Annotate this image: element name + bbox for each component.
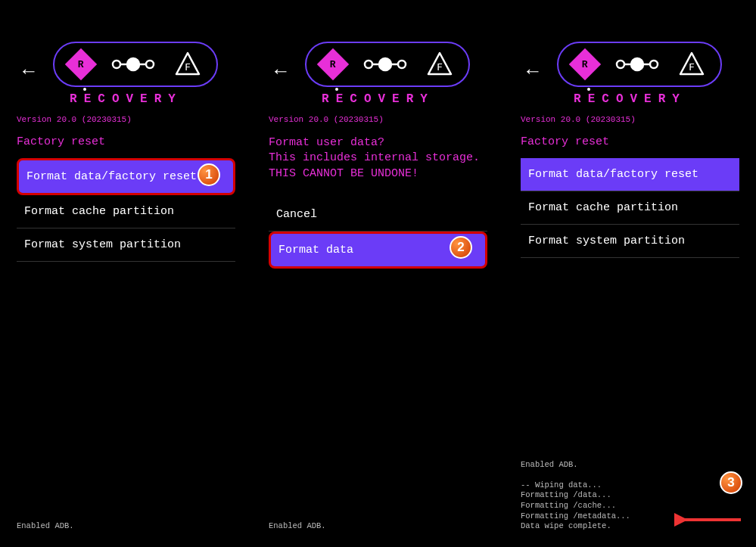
- step-badge-2: 2: [450, 236, 472, 259]
- section-heading: Factory reset: [17, 135, 105, 148]
- triangle-letter: F: [689, 61, 695, 73]
- menu-item-format-data[interactable]: Format data/factory reset: [521, 158, 739, 191]
- recovery-screen-1: ← R F RECOVERY Version 20.0 (20230315) F…: [0, 0, 252, 547]
- back-arrow-icon[interactable]: ←: [23, 61, 35, 83]
- recovery-diamond-icon[interactable]: R: [70, 53, 92, 76]
- svg-point-7: [631, 58, 643, 70]
- header-capsule: R F: [53, 42, 218, 87]
- diamond-letter: R: [582, 59, 588, 70]
- recovery-menu: Format data/factory reset Format cache p…: [521, 158, 739, 258]
- menu-item-format-system[interactable]: Format system partition: [521, 225, 739, 258]
- warning-text: Format user data? This includes internal…: [269, 135, 487, 182]
- indicator-dot: [83, 88, 86, 91]
- triangle-letter: F: [185, 61, 191, 73]
- recovery-diamond-icon[interactable]: R: [322, 53, 344, 76]
- svg-point-1: [127, 58, 139, 70]
- section-heading: Factory reset: [521, 135, 609, 148]
- recovery-title: RECOVERY: [252, 92, 504, 106]
- recovery-title: RECOVERY: [504, 92, 756, 106]
- menu-item-format-cache[interactable]: Format cache partition: [17, 195, 235, 228]
- confirm-menu: Cancel Format data: [269, 198, 487, 269]
- menu-item-cancel[interactable]: Cancel: [269, 198, 487, 232]
- version-label: Version 20.0 (20230315): [269, 115, 384, 124]
- step-badge-1: 1: [198, 163, 220, 186]
- menu-item-format-cache[interactable]: Format cache partition: [521, 191, 739, 225]
- warning-line: Format user data?: [269, 135, 487, 151]
- recovery-screen-2: ← R F RECOVERY Version 20.0 (20230315) F…: [252, 0, 504, 547]
- warning-line: This includes internal storage.: [269, 151, 487, 166]
- recovery-diamond-icon[interactable]: R: [574, 53, 596, 76]
- log-output: Enabled ADB.: [17, 521, 235, 532]
- indicator-dot: [587, 88, 590, 91]
- log-output: Enabled ADB.: [269, 521, 487, 532]
- version-label: Version 20.0 (20230315): [521, 115, 636, 124]
- diamond-letter: R: [330, 59, 336, 70]
- svg-point-6: [617, 61, 624, 68]
- indicator-dot: [335, 88, 338, 91]
- svg-point-4: [379, 58, 391, 70]
- svg-point-5: [398, 61, 406, 68]
- menu-item-format-system[interactable]: Format system partition: [17, 228, 235, 262]
- fastboot-triangle-icon[interactable]: F: [678, 51, 705, 77]
- svg-point-2: [146, 61, 154, 68]
- lineage-logo-icon[interactable]: [110, 55, 156, 73]
- step-badge-3: 3: [720, 471, 742, 494]
- back-arrow-icon[interactable]: ←: [275, 61, 287, 83]
- svg-point-3: [365, 61, 372, 68]
- screenshot-triptych: ← R F RECOVERY Version 20.0 (20230315) F…: [0, 0, 756, 547]
- back-arrow-icon[interactable]: ←: [527, 61, 539, 83]
- svg-point-0: [113, 61, 120, 68]
- recovery-title: RECOVERY: [0, 92, 252, 106]
- svg-point-8: [650, 61, 658, 68]
- fastboot-triangle-icon[interactable]: F: [174, 51, 201, 77]
- lineage-logo-icon[interactable]: [614, 55, 660, 73]
- recovery-screen-3: ← R F RECOVERY Version 20.0 (20230315) F…: [504, 0, 756, 547]
- pointer-arrow-icon: [674, 512, 742, 527]
- warning-line: THIS CANNOT BE UNDONE!: [269, 166, 487, 182]
- fastboot-triangle-icon[interactable]: F: [426, 51, 453, 77]
- header-capsule: R F: [557, 42, 722, 87]
- diamond-letter: R: [78, 59, 84, 70]
- version-label: Version 20.0 (20230315): [17, 115, 132, 124]
- triangle-letter: F: [437, 61, 443, 73]
- lineage-logo-icon[interactable]: [362, 55, 408, 73]
- header-capsule: R F: [305, 42, 470, 87]
